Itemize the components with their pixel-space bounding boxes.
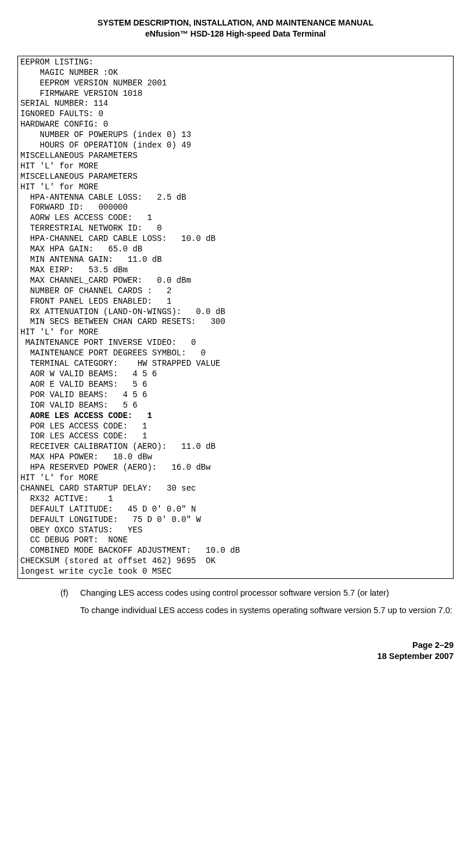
footer-date: 18 September 2007 [17, 651, 454, 662]
terminal-line: MIN ANTENNA GAIN: 11.0 dB [20, 255, 451, 265]
terminal-line: TERMINAL CATEGORY: HW STRAPPED VALUE [20, 359, 451, 369]
terminal-line: HPA RESERVED POWER (AERO): 16.0 dBw [20, 463, 451, 473]
terminal-line: EEPROM LISTING: [20, 57, 451, 68]
terminal-line: HPA-CHANNEL CARD CABLE LOSS: 10.0 dB [20, 234, 451, 244]
terminal-line: CHECKSUM (stored at offset 462) 9695 OK [20, 556, 451, 567]
terminal-line: longest write cycle took 0 MSEC [20, 567, 451, 577]
instruction-para1: Changing LES access codes using control … [80, 587, 454, 599]
terminal-line: AOR W VALID BEAMS: 4 5 6 [20, 369, 451, 380]
terminal-line: HOURS OF OPERATION (index 0) 49 [20, 141, 451, 151]
terminal-line: HARDWARE CONFIG: 0 [20, 120, 451, 130]
terminal-line: EEPROM VERSION NUMBER 2001 [20, 78, 451, 89]
terminal-line: MAINTENANCE PORT DEGREES SYMBOL: 0 [20, 348, 451, 359]
terminal-line: FIRMWARE VERSION 1018 [20, 89, 451, 99]
terminal-line: AOR E VALID BEAMS: 5 6 [20, 380, 451, 390]
terminal-line: COMBINED MODE BACKOFF ADJUSTMENT: 10.0 d… [20, 546, 451, 556]
terminal-line: MISCELLANEOUS PARAMETERS [20, 172, 451, 182]
terminal-line: HPA-ANTENNA CABLE LOSS: 2.5 dB [20, 193, 451, 203]
terminal-line: AORW LES ACCESS CODE: 1 [20, 213, 451, 224]
terminal-line: IOR LES ACCESS CODE: 1 [20, 431, 451, 442]
terminal-line: FRONT PANEL LEDS ENABLED: 1 [20, 297, 451, 307]
terminal-line: MAX EIRP: 53.5 dBm [20, 265, 451, 276]
terminal-line: HIT 'L' for MORE [20, 327, 451, 338]
footer-page: Page 2–29 [17, 640, 454, 651]
header-line1: SYSTEM DESCRIPTION, INSTALLATION, AND MA… [17, 17, 454, 28]
instruction-item: (f) Changing LES access codes using cont… [60, 587, 454, 599]
terminal-line: MAX CHANNEL_CARD POWER: 0.0 dBm [20, 276, 451, 286]
terminal-line: MIN SECS BETWEEN CHAN CARD RESETS: 300 [20, 317, 451, 327]
terminal-line: FORWARD ID: 000000 [20, 203, 451, 213]
terminal-line: HIT 'L' for MORE [20, 182, 451, 193]
terminal-output: EEPROM LISTING: MAGIC NUMBER :OK EEPROM … [17, 56, 454, 579]
terminal-line: AORE LES ACCESS CODE: 1 [20, 411, 451, 422]
terminal-line: MAX HPA POWER: 18.0 dBw [20, 452, 451, 463]
terminal-line: MAGIC NUMBER :OK [20, 68, 451, 78]
terminal-line: NUMBER OF CHANNEL CARDS : 2 [20, 286, 451, 297]
terminal-line: OBEY OXCO STATUS: YES [20, 525, 451, 536]
terminal-line: RX ATTENUATION (LAND-ON-WINGS): 0.0 dB [20, 307, 451, 318]
instruction-para2: To change individual LES access codes in… [80, 604, 454, 616]
terminal-line: POR VALID BEAMS: 4 5 6 [20, 390, 451, 401]
terminal-line: MAINTENANCE PORT INVERSE VIDEO: 0 [20, 338, 451, 348]
terminal-line: POR LES ACCESS CODE: 1 [20, 422, 451, 432]
terminal-line: HIT 'L' for MORE [20, 161, 451, 172]
terminal-line: IOR VALID BEAMS: 5 6 [20, 401, 451, 411]
terminal-line: TERRESTRIAL NETWORK ID: 0 [20, 224, 451, 234]
header-line2: eNfusion™ HSD-128 High-speed Data Termin… [17, 28, 454, 39]
page-footer: Page 2–29 18 September 2007 [17, 640, 454, 662]
page-header: SYSTEM DESCRIPTION, INSTALLATION, AND MA… [17, 17, 454, 39]
terminal-line: CC DEBUG PORT: NONE [20, 535, 451, 546]
terminal-line: NUMBER OF POWERUPS (index 0) 13 [20, 130, 451, 141]
terminal-line: DEFAULT LATITUDE: 45 D 0' 0.0" N [20, 505, 451, 515]
terminal-line: MAX HPA GAIN: 65.0 dB [20, 244, 451, 255]
terminal-line: CHANNEL CARD STARTUP DELAY: 30 sec [20, 484, 451, 494]
terminal-line: MISCELLANEOUS PARAMETERS [20, 151, 451, 161]
terminal-line: HIT 'L' for MORE [20, 473, 451, 484]
terminal-line: DEFAULT LONGITUDE: 75 D 0' 0.0" W [20, 515, 451, 525]
instruction-marker: (f) [60, 587, 80, 599]
terminal-line: RX32 ACTIVE: 1 [20, 494, 451, 505]
terminal-line: IGNORED FAULTS: 0 [20, 109, 451, 120]
terminal-line: SERIAL NUMBER: 114 [20, 99, 451, 109]
terminal-line: RECEIVER CALIBRATION (AERO): 11.0 dB [20, 442, 451, 452]
